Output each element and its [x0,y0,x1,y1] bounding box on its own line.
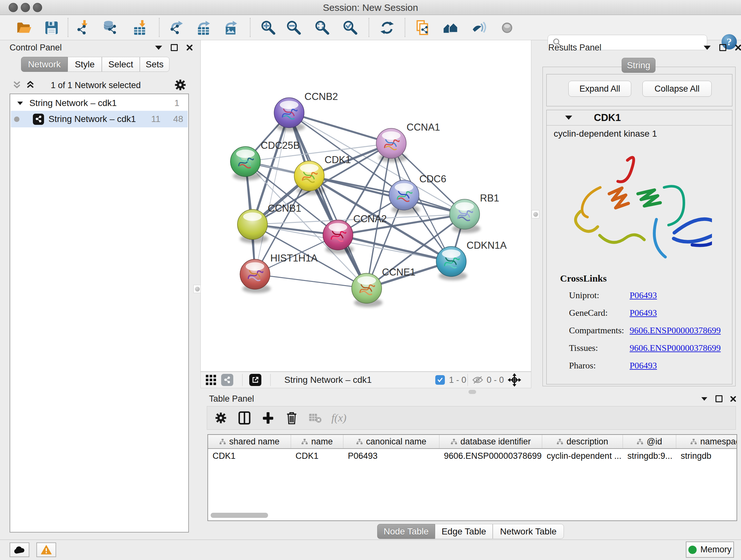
zoom-fit-button[interactable] [312,19,333,37]
left-splitter-handle[interactable] [193,285,201,293]
node-gloss [357,276,376,285]
panel-menu-icon[interactable] [155,46,162,50]
column-header-canonical-name[interactable]: canonical name [343,435,440,448]
crosslink-value[interactable]: P06493 [630,308,657,318]
gene-section-header[interactable]: CDK1 [547,110,732,125]
export-network-icon [168,20,184,36]
float-panel-icon[interactable] [719,44,726,51]
import-table-button[interactable] [129,19,150,37]
network-row[interactable]: String Network – cdk1 11 48 [11,111,188,127]
float-panel-icon[interactable] [171,44,178,51]
add-column-button[interactable] [256,408,280,428]
gear-icon[interactable] [174,78,187,91]
network-node-RB1[interactable]: RB1 [450,192,499,233]
open-file-button[interactable] [13,19,34,37]
column-header-@id[interactable]: @id [623,435,676,448]
table-row[interactable]: CDK1CDK1P064939606.ENSP00000378699cyclin… [208,449,737,463]
crosslink-value[interactable]: 9606.ENSP00000378699 [630,343,721,353]
import-network-button[interactable] [72,19,93,37]
crosslink-value[interactable]: P06493 [630,290,657,300]
tab-select[interactable]: Select [102,57,140,72]
right-splitter-handle[interactable] [532,210,539,219]
panel-menu-icon[interactable] [701,397,708,400]
crosslink-value[interactable]: P06493 [630,361,657,371]
function-builder-button[interactable]: f(x) [327,408,351,428]
column-header-name[interactable]: name [291,435,343,448]
network-node-CCNE1[interactable]: CCNE1 [352,266,415,307]
float-panel-icon[interactable] [716,395,723,402]
tab-sets[interactable]: Sets [140,57,170,72]
network-style-button[interactable] [221,372,233,388]
crosslink-label: Compartments: [569,325,630,335]
network-node-HIST1H1A[interactable]: HIST1H1A [240,253,318,293]
warnings-button[interactable] [37,543,56,557]
open-in-window-button[interactable] [249,372,261,388]
show-columns-button[interactable] [232,408,256,428]
network-edge[interactable] [255,274,367,288]
panel-menu-icon[interactable] [704,46,711,50]
column-header-namespace[interactable]: namespace [676,435,737,448]
crosslink-value[interactable]: 9606.ENSP00000378699 [630,325,721,335]
network-edge[interactable] [338,235,451,261]
delete-table-button[interactable] [304,408,327,428]
close-panel-icon[interactable] [730,396,736,402]
section-expander-icon[interactable] [565,116,572,120]
table-settings-button[interactable] [209,408,232,428]
node-label: CCNE1 [382,266,415,278]
save-session-button[interactable] [41,19,62,37]
table-cell: CDK1 [291,449,343,463]
zoom-selected-button[interactable] [340,19,360,37]
export-image-button[interactable] [220,19,241,37]
export-network-button[interactable] [166,19,186,37]
table-horizontal-scrollbar[interactable] [209,512,735,518]
network-collection-row[interactable]: String Network – cdk1 1 [17,96,183,111]
collapse-all-button[interactable]: Collapse All [643,81,712,97]
network-node-CDC25B[interactable]: CDC25B [230,140,300,180]
crosslink-label: Pharos: [569,361,630,371]
column-header-database-identifier[interactable]: database identifier [440,435,542,448]
refresh-button[interactable] [377,19,397,37]
birdseye-button[interactable] [497,19,518,37]
home-button[interactable] [441,19,461,37]
tree-expander-icon[interactable] [17,102,23,105]
import-database-button[interactable] [99,19,120,37]
tab-network[interactable]: Network [21,57,68,72]
network-canvas[interactable]: CCNB2CCNA1CDC25BCDK1CDC6RB1CCNB1CCNA2CDK… [200,40,531,372]
collapse-all-icon[interactable] [12,80,22,90]
horizontal-splitter-handle[interactable] [468,390,476,394]
network-node-CDKN1A[interactable]: CDKN1A [436,240,507,280]
close-panel-icon[interactable] [735,44,741,51]
duplicate-network-button[interactable] [413,19,433,37]
table-cell: 9606.ENSP00000378699 [440,449,542,463]
tab-edge-table[interactable]: Edge Table [435,524,493,539]
column-header-description[interactable]: description [542,435,623,448]
collection-label: String Network – cdk1 [29,98,117,108]
warning-icon [41,545,52,555]
selected-checkbox[interactable] [435,372,445,388]
tab-string[interactable]: String [622,58,656,73]
zoom-in-icon [260,20,276,36]
crosslink-row: Compartments:9606.ENSP00000378699 [547,321,732,339]
node-table: shared namenamecanonical namedatabase id… [207,434,737,521]
close-panel-icon[interactable] [186,44,193,51]
tab-network-table[interactable]: Network Table [493,524,564,539]
column-header-shared-name[interactable]: shared name [208,435,291,448]
export-table-button[interactable] [193,19,213,37]
cloud-status-button[interactable] [10,543,29,557]
grid-view-button[interactable] [205,372,217,388]
move-crosshair-icon [508,373,521,387]
zoom-in-button[interactable] [258,19,279,37]
network-edge[interactable] [255,113,289,274]
tab-style[interactable]: Style [68,57,102,72]
tab-node-table[interactable]: Node Table [377,524,435,539]
node-label: CDC25B [261,140,300,151]
expand-all-button[interactable]: Expand All [568,81,631,97]
network-node-CCNA1[interactable]: CCNA1 [376,122,440,162]
hide-graphics-details-button[interactable] [468,19,488,37]
zoom-out-button[interactable] [284,19,304,37]
delete-column-button[interactable] [280,408,304,428]
memory-button[interactable]: Memory [686,542,734,558]
birdseye-toggle-button[interactable] [508,372,521,388]
network-node-CDK1[interactable]: CDK1 [294,154,351,195]
expand-all-icon[interactable] [25,80,35,90]
